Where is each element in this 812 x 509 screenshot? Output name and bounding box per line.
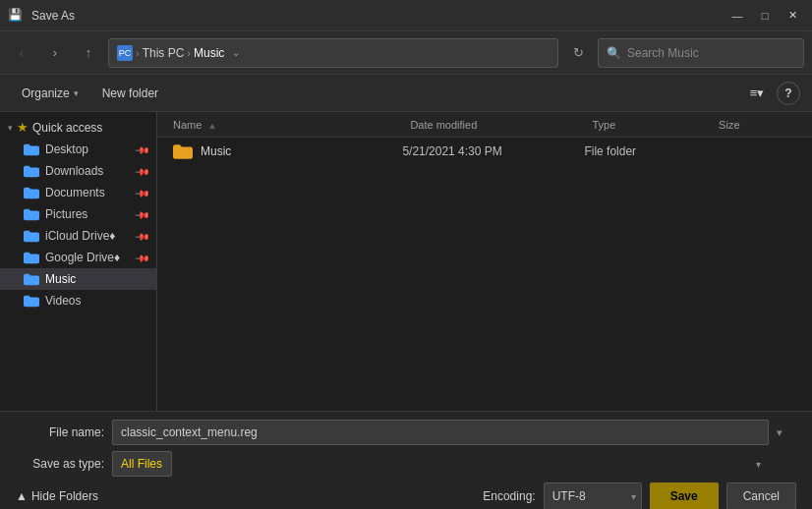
icloud-folder-icon	[24, 229, 39, 243]
downloads-label: Downloads	[45, 164, 103, 178]
documents-folder-icon	[24, 186, 39, 199]
breadcrumb-current: Music	[194, 46, 224, 60]
new-folder-button[interactable]: New folder	[92, 83, 168, 104]
hide-folders-button[interactable]: ▲ Hide Folders	[16, 489, 98, 503]
file-name-cell: Music	[173, 143, 394, 159]
savetype-row: Save as type: All Files ▾	[16, 451, 796, 477]
toolbar-right: ≡ ▾ ?	[743, 81, 800, 106]
documents-pin-icon: 📌	[135, 185, 150, 200]
downloads-pin-icon: 📌	[135, 163, 150, 179]
address-bar[interactable]: PC › This PC › Music ⌄	[108, 38, 558, 68]
savetype-label: Save as type:	[16, 457, 104, 471]
footer-right: Encoding: UTF-8 ▾ Save Cancel	[483, 482, 796, 509]
breadcrumb-sep1: ›	[136, 47, 140, 59]
search-icon: 🔍	[607, 46, 621, 60]
pictures-folder-icon	[24, 207, 39, 221]
file-type: File folder	[576, 144, 703, 158]
view-arrow: ▾	[757, 85, 764, 100]
view-icon: ≡	[750, 85, 758, 100]
file-name: Music	[201, 144, 231, 158]
footer-row: ▲ Hide Folders Encoding: UTF-8 ▾ Save Ca…	[16, 482, 796, 509]
minimize-button[interactable]: —	[725, 4, 749, 28]
maximize-button[interactable]: □	[753, 4, 777, 28]
music-file-folder-icon	[173, 143, 193, 159]
googledrive-pin-icon: 📌	[135, 250, 150, 265]
filename-row: File name: ▾	[16, 420, 796, 445]
organize-button[interactable]: Organize ▾	[12, 83, 88, 104]
back-button[interactable]: ‹	[8, 39, 35, 67]
downloads-folder-icon	[24, 164, 39, 178]
save-button[interactable]: Save	[650, 482, 719, 509]
quick-access-chevron: ▾	[8, 123, 13, 133]
col-name-header[interactable]: Name ▲	[165, 119, 402, 131]
nav-bar: ‹ › ↑ PC › This PC › Music ⌄ ↻ 🔍	[0, 31, 812, 75]
music-sidebar-label: Music	[45, 272, 76, 286]
breadcrumb-thispc: This PC	[143, 46, 185, 60]
quick-access-label: Quick access	[32, 121, 102, 135]
sidebar-item-icloud[interactable]: iCloud Drive♦ 📌	[0, 225, 156, 247]
refresh-button[interactable]: ↻	[564, 39, 592, 67]
pictures-pin-icon: 📌	[135, 206, 150, 222]
music-folder-icon	[24, 272, 39, 286]
filename-input[interactable]	[112, 420, 769, 445]
close-button[interactable]: ✕	[781, 4, 804, 28]
title-bar-icon: 💾	[8, 8, 24, 24]
cancel-button[interactable]: Cancel	[726, 482, 796, 509]
title-bar-left: 💾 Save As	[8, 8, 75, 24]
sidebar-item-music[interactable]: Music	[0, 268, 156, 290]
title-bar: 💾 Save As — □ ✕	[0, 0, 812, 31]
col-date-header[interactable]: Date modified	[402, 119, 584, 131]
address-dropdown-arrow[interactable]: ⌄	[228, 45, 244, 60]
sort-arrow: ▲	[207, 121, 216, 131]
documents-label: Documents	[45, 186, 105, 199]
new-folder-label: New folder	[102, 86, 158, 100]
sidebar-item-videos[interactable]: Videos	[0, 290, 156, 311]
filename-label: File name:	[16, 425, 104, 439]
hide-folders-arrow: ▲	[16, 489, 28, 503]
filename-dropdown-arrow[interactable]: ▾	[777, 426, 796, 439]
sidebar-item-documents[interactable]: Documents 📌	[0, 182, 156, 203]
bottom-section: File name: ▾ Save as type: All Files ▾ ▲…	[0, 411, 812, 509]
sidebar: ▾ ★ Quick access Desktop 📌 Downloads 📌 D…	[0, 112, 157, 411]
title-bar-controls: — □ ✕	[725, 4, 804, 28]
organize-arrow: ▾	[74, 88, 79, 98]
quick-access-header[interactable]: ▾ ★ Quick access	[0, 116, 156, 139]
file-date: 5/21/2021 4:30 PM	[394, 144, 576, 158]
googledrive-label: Google Drive♦	[45, 251, 120, 264]
help-button[interactable]: ?	[777, 82, 800, 105]
sidebar-item-desktop[interactable]: Desktop 📌	[0, 139, 156, 160]
icloud-pin-icon: 📌	[135, 228, 150, 244]
encoding-select-wrapper: UTF-8 ▾	[544, 482, 642, 509]
title-bar-title: Save As	[31, 9, 75, 23]
up-button[interactable]: ↑	[75, 39, 102, 67]
sidebar-item-googledrive[interactable]: Google Drive♦ 📌	[0, 247, 156, 268]
col-size-header[interactable]: Size	[711, 119, 804, 131]
savetype-select[interactable]: All Files	[112, 451, 172, 477]
file-list-header: Name ▲ Date modified Type Size	[157, 112, 812, 138]
videos-folder-icon	[24, 294, 39, 308]
desktop-pin-icon: 📌	[135, 141, 150, 157]
videos-label: Videos	[45, 294, 81, 308]
savetype-dropdown-arrow: ▾	[756, 459, 761, 470]
main-content: ▾ ★ Quick access Desktop 📌 Downloads 📌 D…	[0, 112, 812, 411]
pc-icon: PC	[117, 45, 133, 61]
breadcrumb: PC › This PC › Music	[117, 45, 224, 61]
file-list: Name ▲ Date modified Type Size Music 5/2…	[157, 112, 812, 411]
toolbar: Organize ▾ New folder ≡ ▾ ?	[0, 75, 812, 112]
sidebar-item-downloads[interactable]: Downloads 📌	[0, 160, 156, 182]
pictures-label: Pictures	[45, 207, 87, 221]
hide-folders-label: Hide Folders	[31, 489, 98, 503]
icloud-label: iCloud Drive♦	[45, 229, 115, 243]
forward-button[interactable]: ›	[41, 39, 69, 67]
file-row-music[interactable]: Music 5/21/2021 4:30 PM File folder	[157, 138, 812, 165]
search-input[interactable]	[627, 46, 795, 60]
googledrive-folder-icon	[24, 251, 39, 264]
search-bar[interactable]: 🔍	[598, 38, 804, 68]
sidebar-item-pictures[interactable]: Pictures 📌	[0, 203, 156, 225]
breadcrumb-sep2: ›	[187, 47, 191, 59]
col-type-header[interactable]: Type	[584, 119, 711, 131]
encoding-label: Encoding:	[483, 489, 535, 503]
view-button[interactable]: ≡ ▾	[743, 81, 771, 106]
desktop-folder-icon	[24, 142, 39, 156]
encoding-select[interactable]: UTF-8	[544, 482, 642, 509]
